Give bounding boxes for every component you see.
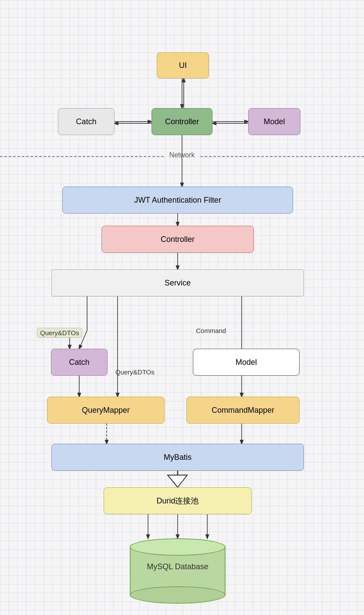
mybatis-label: MyBatis bbox=[164, 453, 192, 462]
catch-bottom-box: Catch bbox=[51, 349, 108, 376]
command-mapper-label: CommandMapper bbox=[212, 406, 274, 415]
jwt-box: JWT Authentication Filter bbox=[62, 187, 293, 214]
model-bottom-label: Model bbox=[236, 358, 257, 367]
network-label: Network bbox=[166, 151, 199, 159]
controller-top-box: Controller bbox=[152, 108, 212, 135]
controller-mid-label: Controller bbox=[161, 235, 195, 244]
model-top-box: Model bbox=[248, 108, 300, 135]
model-top-label: Model bbox=[263, 117, 285, 126]
query-mapper-label: QueryMapper bbox=[82, 406, 130, 415]
service-box: Service bbox=[51, 269, 304, 296]
mybatis-box: MyBatis bbox=[51, 444, 304, 471]
controller-top-label: Controller bbox=[165, 117, 199, 126]
controller-mid-box: Controller bbox=[101, 226, 254, 253]
command-mapper-box: CommandMapper bbox=[186, 397, 300, 424]
ui-label: UI bbox=[179, 61, 187, 70]
service-label: Service bbox=[165, 279, 191, 288]
arrows-svg bbox=[0, 0, 364, 615]
svg-marker-21 bbox=[168, 475, 187, 487]
command-label: Command bbox=[196, 327, 226, 334]
durid-label: Durid连接池 bbox=[156, 496, 199, 506]
query-dtos-label-1: Query&DTOs bbox=[37, 328, 82, 338]
durid-box: Durid连接池 bbox=[104, 487, 252, 514]
jwt-label: JWT Authentication Filter bbox=[134, 196, 221, 205]
catch-top-box: Catch bbox=[58, 108, 115, 135]
diagram-container: Network bbox=[0, 0, 364, 615]
catch-bottom-label: Catch bbox=[69, 358, 89, 367]
catch-top-label: Catch bbox=[76, 117, 96, 126]
query-dtos-label-2: Query&DTOs bbox=[115, 368, 155, 376]
model-bottom-box: Model bbox=[193, 349, 300, 376]
query-mapper-box: QueryMapper bbox=[47, 397, 165, 424]
mysql-label: MySQL Database bbox=[130, 562, 226, 571]
ui-box: UI bbox=[157, 52, 209, 78]
mysql-container: MySQL Database bbox=[130, 538, 226, 604]
